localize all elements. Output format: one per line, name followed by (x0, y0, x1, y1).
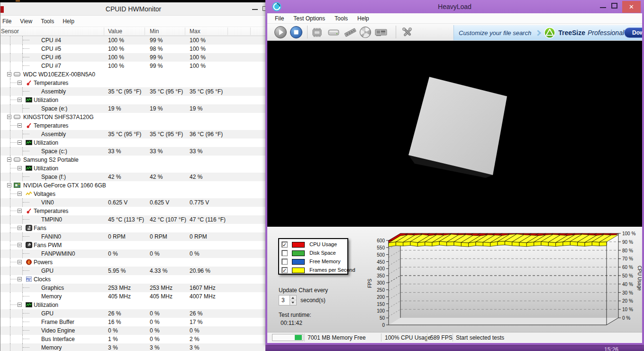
svg-text:500: 500 (377, 252, 385, 258)
column-header-sensor[interactable]: Sensor (1, 28, 19, 35)
sensor-max: 47 °C (116 °F) (190, 216, 226, 223)
table-row[interactable]: NVIDIA GeForce GTX 1060 6GB (0, 181, 266, 190)
minimize-button[interactable] (252, 9, 258, 10)
table-row[interactable]: Utilization (0, 96, 266, 104)
table-row[interactable]: Powers (0, 258, 266, 267)
table-row[interactable]: Space (e:)19 %19 %19 % (0, 104, 266, 113)
table-row[interactable]: Frame Buffer16 %0 %17 % (0, 318, 266, 326)
tree-expander[interactable] (18, 98, 22, 102)
update-interval-spinner[interactable]: 3 (279, 295, 297, 305)
table-row[interactable]: Voltages (0, 190, 266, 198)
menu-item-tools[interactable]: Tools (36, 16, 58, 27)
start-test-button[interactable] (274, 26, 287, 39)
tree-guide (23, 219, 29, 220)
menu-item-tools[interactable]: Tools (330, 14, 353, 23)
checkbox[interactable] (281, 250, 288, 256)
tree-expander[interactable] (18, 209, 22, 213)
sensor-max: 0 % (190, 250, 200, 257)
table-row[interactable]: Space (c:)33 %33 %33 % (0, 147, 266, 156)
table-row[interactable]: Utilization (0, 301, 266, 309)
table-row[interactable]: CPU #6100 %99 %100 % (0, 53, 266, 62)
tree-expander[interactable] (18, 226, 22, 230)
close-button[interactable]: ✕ (622, 1, 641, 13)
treesize-ad-banner[interactable]: Customize your file search TreeSize Prof… (454, 25, 642, 40)
sensor-max: 2 % (190, 336, 200, 342)
table-row[interactable]: Clocks (0, 275, 266, 284)
legend-row-free-memory[interactable]: Free Memory (281, 258, 347, 266)
menu-item-file[interactable]: File (0, 16, 16, 27)
table-row[interactable]: FANPWMIN00 %0 %0 % (0, 249, 266, 258)
menu-item-test-options[interactable]: Test Options (289, 14, 330, 23)
tree-expander[interactable] (18, 303, 22, 307)
table-row[interactable]: Fans PWM (0, 241, 266, 249)
table-row[interactable]: Temperatures (0, 121, 266, 130)
table-row[interactable]: Utilization (0, 164, 266, 173)
table-row[interactable]: Utilization (0, 139, 266, 147)
table-row[interactable]: Bus Interface1 %0 %2 % (0, 335, 266, 343)
heavyload-statusbar: 7001 MB Memory Free100% CPU Usage589 FPS… (267, 332, 642, 342)
tree-expander[interactable] (18, 123, 22, 128)
gpu-test-icon[interactable] (374, 26, 388, 39)
table-row[interactable]: FANIN00 RPM0 RPM0 RPM (0, 232, 266, 241)
disk-test-icon[interactable] (327, 26, 340, 39)
table-row[interactable]: Assembly35 °C (95 °F)35 °C (95 °F)35 °C … (0, 87, 266, 96)
table-row[interactable]: GPU5.95 %4.33 %20.96 % (0, 267, 266, 275)
column-header-value[interactable]: Value (108, 28, 122, 35)
tree-expander[interactable] (18, 81, 22, 85)
table-row[interactable]: Graphics253 MHz253 MHz1607 MHz (0, 284, 266, 292)
column-header-max[interactable]: Max (190, 28, 200, 35)
table-row[interactable]: WDC WD10EZEX-00BN5A0 (0, 70, 266, 79)
tree-guide (10, 100, 18, 100)
checkbox[interactable]: ✓ (281, 267, 288, 273)
table-row[interactable]: CPU #4100 %99 %100 % (0, 36, 266, 45)
table-row[interactable]: Samsung S2 Portable (0, 156, 266, 164)
table-row[interactable]: Temperatures (0, 207, 266, 215)
spinner-up-button[interactable] (290, 296, 296, 300)
column-header-min[interactable]: Min (150, 28, 159, 35)
tree-expander[interactable] (7, 115, 11, 119)
menu-item-file[interactable]: File (270, 14, 289, 23)
stop-test-button[interactable] (290, 26, 303, 39)
table-row[interactable]: GPU26 %0 %26 % (0, 309, 266, 318)
tree-expander[interactable] (18, 260, 22, 264)
tree-expander[interactable] (18, 243, 22, 247)
legend-row-cpu-usage[interactable]: ✓CPU Usage (281, 240, 347, 249)
tree-expander[interactable] (18, 277, 22, 281)
table-row[interactable]: KINGSTON SHFS37A120G (0, 113, 266, 121)
cpu-test-icon[interactable] (310, 26, 324, 39)
legend-row-disk-space[interactable]: Disk Space (281, 249, 347, 258)
tree-expander[interactable] (7, 183, 11, 187)
tree-expander[interactable] (18, 192, 22, 196)
tree-expander[interactable] (18, 166, 22, 170)
update-interval-value[interactable]: 3 (279, 295, 290, 305)
table-row[interactable]: Video Engine0 %0 %0 % (0, 326, 266, 335)
download-button[interactable]: Download (624, 28, 642, 38)
memory-test-icon[interactable] (344, 26, 357, 39)
minimize-button[interactable] (598, 4, 608, 10)
menu-item-help[interactable]: Help (58, 16, 79, 27)
table-row[interactable]: TMPIN045 °C (113 °F)42 °C (107 °F)47 °C … (0, 215, 266, 224)
settings-wrench-icon[interactable] (400, 26, 414, 39)
table-row[interactable]: Temperatures (0, 79, 266, 87)
legend-row-frames-per-second[interactable]: ✓Frames per Second (281, 266, 347, 275)
table-row[interactable]: Space (f:)42 %42 %42 % (0, 173, 266, 181)
sensor-min: 0 % (150, 327, 160, 334)
table-row[interactable]: CPU #7100 %99 %100 % (0, 62, 266, 70)
tree-expander[interactable] (7, 157, 11, 162)
table-row[interactable]: Memory3 %3 %3 % (0, 343, 266, 351)
tree-expander[interactable] (18, 140, 22, 145)
table-row[interactable]: Memory405 MHz405 MHz4007 MHz (0, 292, 266, 301)
checkbox[interactable] (281, 259, 288, 265)
fan-test-icon[interactable] (359, 26, 372, 39)
tree-expander[interactable] (7, 72, 11, 76)
spinner-down-button[interactable] (290, 300, 296, 305)
table-row[interactable]: VIN00.625 V0.625 V0.775 V (0, 198, 266, 207)
maximize-button[interactable] (611, 3, 617, 9)
table-row[interactable]: Fans (0, 224, 266, 232)
table-row[interactable]: CPU #5100 %98 %100 % (0, 45, 266, 53)
table-row[interactable]: Assembly35 °C (95 °F)35 °C (95 °F)36 °C … (0, 130, 266, 139)
sensor-label: WDC WD10EZEX-00BN5A0 (23, 71, 95, 78)
menu-item-help[interactable]: Help (353, 14, 374, 23)
checkbox[interactable]: ✓ (281, 241, 288, 248)
menu-item-view[interactable]: View (16, 16, 36, 27)
